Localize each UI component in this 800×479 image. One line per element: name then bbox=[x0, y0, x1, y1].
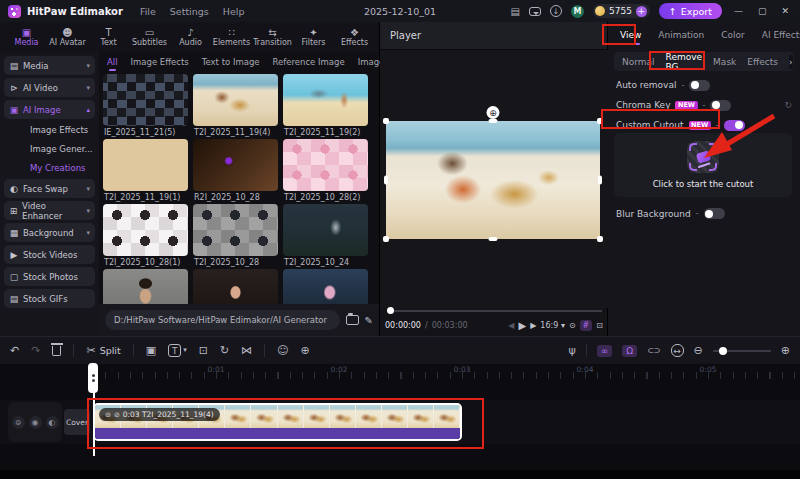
menu-settings[interactable]: Settings bbox=[170, 6, 209, 17]
media-item[interactable]: T2I_2025_10_28 bbox=[193, 204, 278, 269]
redo-icon[interactable]: ↷ bbox=[31, 345, 40, 356]
sticker-icon[interactable]: ▣ bbox=[146, 345, 156, 356]
media-thumbnail-man-portrait[interactable] bbox=[103, 269, 188, 304]
seekbar[interactable] bbox=[380, 306, 608, 314]
resize-handle-l[interactable] bbox=[384, 176, 388, 185]
resize-handle-tl[interactable] bbox=[383, 118, 389, 124]
sidebar-subitem-image-effects[interactable]: Image Effects bbox=[4, 122, 95, 138]
media-tab-reference-image[interactable]: Reference Image bbox=[273, 57, 345, 67]
tab-ai-effects[interactable]: AI Effects bbox=[762, 30, 800, 40]
sidebar-item-video-enhancer[interactable]: ⊞Video Enhancer▾ bbox=[4, 201, 95, 220]
media-tab-image-effects[interactable]: Image Effects bbox=[131, 57, 189, 67]
mirror-icon[interactable]: ⋈ bbox=[241, 345, 252, 356]
resize-handle-t[interactable] bbox=[489, 119, 498, 123]
media-thumbnail-pink-hair[interactable] bbox=[283, 269, 368, 304]
sidebar-item-ai-image[interactable]: ▣AI Image▴ bbox=[4, 100, 95, 119]
subtab-effects[interactable]: Effects bbox=[747, 57, 778, 67]
mic-icon[interactable]: ψ bbox=[569, 345, 576, 356]
crop-icon[interactable]: ⊡ bbox=[199, 345, 208, 356]
selected-clip-preview[interactable]: ⊕ bbox=[386, 121, 600, 239]
resize-handle-bl[interactable] bbox=[383, 236, 389, 242]
maximize-button[interactable]: ▢ bbox=[758, 6, 767, 16]
media-item[interactable]: T2I_2025_10_28(1) bbox=[103, 204, 188, 269]
download-icon[interactable]: ↓ bbox=[550, 5, 562, 17]
seek-track[interactable] bbox=[388, 310, 602, 312]
zoom-tool-icon[interactable]: ⊕ bbox=[301, 345, 310, 356]
close-button[interactable]: ✕ bbox=[781, 6, 789, 16]
rotate-icon[interactable]: ↻ bbox=[220, 345, 229, 356]
media-thumbnail-woman-portrait[interactable] bbox=[193, 269, 278, 304]
auto-removal-toggle[interactable] bbox=[689, 80, 710, 91]
unlink-icon[interactable]: ⊂⊃ bbox=[647, 347, 660, 355]
seek-knob[interactable] bbox=[387, 307, 394, 314]
ribbon-tab-filters[interactable]: ✦Filters bbox=[293, 27, 334, 47]
sidebar-item-stock-photos[interactable]: ▢Stock Photos bbox=[4, 267, 95, 286]
tab-color[interactable]: Color bbox=[721, 30, 745, 40]
sidebar-item-face-swap[interactable]: ◐Face Swap▾ bbox=[4, 179, 95, 198]
sidebar-item-stock-gifs[interactable]: ▤Stock GIFs bbox=[4, 289, 95, 308]
media-thumbnail-dolphin-beach[interactable] bbox=[283, 74, 368, 126]
resize-handle-b[interactable] bbox=[489, 237, 498, 241]
tab-animation[interactable]: Animation bbox=[658, 30, 704, 40]
magnet-icon[interactable]: Ω bbox=[622, 345, 637, 357]
media-item[interactable] bbox=[193, 269, 278, 304]
sidebar-item-stock-videos[interactable]: ▶Stock Videos bbox=[4, 245, 95, 264]
ribbon-tab-audio[interactable]: ♪Audio bbox=[170, 27, 211, 47]
fit-timeline-icon[interactable]: ↔ bbox=[671, 344, 684, 357]
ribbon-tab-media[interactable]: ▣Media bbox=[6, 27, 47, 47]
split-button[interactable]: ✂ Split bbox=[86, 345, 120, 356]
minimize-button[interactable]: — bbox=[734, 6, 743, 16]
timeline-zoom-out-icon[interactable]: ⊖ bbox=[694, 345, 703, 356]
grid-toggle-icon[interactable]: # bbox=[580, 320, 593, 331]
link-icon[interactable]: ∞ bbox=[597, 345, 613, 357]
media-thumbnail-gray-grid[interactable] bbox=[193, 204, 278, 256]
media-thumbnail-pink-grid[interactable] bbox=[283, 139, 368, 191]
face-tool-icon[interactable]: ☺ bbox=[277, 345, 288, 356]
media-item[interactable]: T2I_2025_11_19(2) bbox=[283, 74, 368, 139]
undo-icon[interactable]: ↶ bbox=[10, 345, 19, 356]
menu-file[interactable]: File bbox=[140, 6, 156, 17]
sidebar-subitem-image-gener-[interactable]: Image Gener... bbox=[4, 141, 95, 157]
fullscreen-icon[interactable]: ⊡ bbox=[596, 321, 603, 330]
subtabs-more-icon[interactable]: › bbox=[789, 55, 793, 69]
ribbon-tab-elements[interactable]: ∷Elements bbox=[211, 27, 252, 47]
media-thumbnail-night-field[interactable] bbox=[283, 204, 368, 256]
media-thumbnail-collage-dark[interactable] bbox=[103, 74, 188, 126]
ribbon-tab-ai-avatar[interactable]: ☻AI Avatar bbox=[47, 27, 88, 47]
text-tool-button[interactable]: T ▾ bbox=[168, 344, 187, 357]
reset-icon[interactable]: ↻ bbox=[784, 100, 792, 110]
timeline-zoom-slider[interactable] bbox=[713, 350, 771, 352]
layout-icon[interactable]: ▤ bbox=[511, 6, 520, 17]
media-item[interactable]: IE_2025_11_21(5) bbox=[103, 74, 188, 139]
media-thumbnail-beach-dog[interactable] bbox=[193, 74, 278, 126]
media-item[interactable] bbox=[283, 269, 368, 304]
open-folder-icon[interactable] bbox=[346, 315, 359, 325]
media-thumbnail-white-grid[interactable] bbox=[103, 204, 188, 256]
player-canvas[interactable]: ⊕ bbox=[380, 50, 608, 308]
media-item[interactable] bbox=[103, 269, 188, 304]
snapshot-icon[interactable]: ⊙ bbox=[569, 321, 576, 330]
ribbon-tab-text[interactable]: TText bbox=[88, 27, 129, 47]
play-button[interactable]: ▶ bbox=[519, 320, 527, 331]
avatar[interactable]: M bbox=[571, 5, 584, 18]
sidebar-item-ai-video[interactable]: ⊳AI Video▾ bbox=[4, 78, 95, 97]
media-item[interactable]: R2I_2025_10_28 bbox=[193, 139, 278, 204]
media-item[interactable]: T2I_2025_10_24 bbox=[283, 204, 368, 269]
ribbon-tab-subtitles[interactable]: ▭Subtitles bbox=[129, 27, 170, 47]
edit-path-icon[interactable]: ✎ bbox=[365, 315, 373, 326]
prev-frame-button[interactable]: ◀ bbox=[508, 321, 514, 330]
sidebar-item-media[interactable]: ▤Media▾ bbox=[4, 56, 95, 75]
menu-help[interactable]: Help bbox=[223, 6, 245, 17]
timeline-zoom-in-icon[interactable]: ⊕ bbox=[781, 345, 790, 356]
rotate-handle[interactable]: ⊕ bbox=[487, 106, 500, 119]
next-frame-button[interactable]: ▶ bbox=[530, 321, 536, 330]
aspect-ratio-select[interactable]: 16:9 ▾ bbox=[540, 321, 565, 330]
media-thumbnail-beach-bikini[interactable] bbox=[103, 139, 188, 191]
blur-background-toggle[interactable] bbox=[704, 208, 725, 219]
resize-handle-r[interactable] bbox=[598, 176, 602, 185]
delete-icon[interactable] bbox=[52, 346, 61, 356]
add-coins-button[interactable]: + bbox=[636, 6, 647, 17]
track-visibility-icon[interactable]: ◉ bbox=[29, 416, 42, 429]
media-item[interactable]: T2I_2025_11_19(1) bbox=[103, 139, 188, 204]
media-tab-all[interactable]: All bbox=[107, 57, 118, 67]
